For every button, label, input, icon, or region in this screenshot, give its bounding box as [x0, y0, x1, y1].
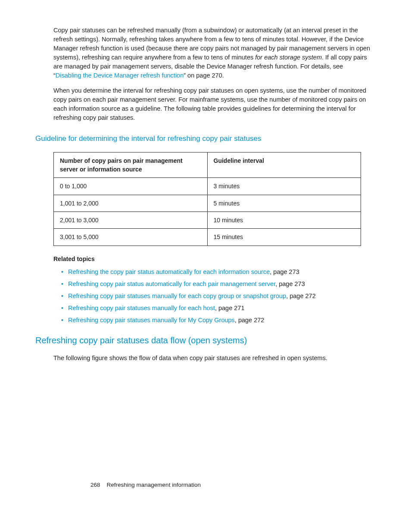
table-row: 0 to 1,0003 minutes: [54, 178, 361, 195]
footer-title: Refreshing management information: [107, 482, 201, 488]
page-footer: 268 Refreshing management information: [90, 481, 201, 489]
table-cell: 15 minutes: [207, 229, 361, 246]
text: , page 271: [215, 305, 245, 311]
intro-paragraph-1: Copy pair statuses can be refreshed manu…: [53, 26, 372, 80]
heading-guideline: Guideline for determining the interval f…: [35, 134, 376, 144]
text: , page 273: [270, 268, 299, 275]
table-header: Number of copy pairs on pair management …: [54, 152, 208, 178]
text-italic: for each storage system: [255, 54, 322, 61]
related-link[interactable]: Refreshing the copy pair status automati…: [68, 268, 270, 275]
list-item: Refreshing copy pair statuses manually f…: [61, 304, 376, 313]
link-disabling-refresh[interactable]: Disabling the Device Manager refresh fun…: [56, 72, 184, 79]
related-topics-heading: Related topics: [53, 255, 376, 263]
table-cell: 2,001 to 3,000: [54, 212, 208, 228]
list-item: Refreshing the copy pair status automati…: [61, 268, 376, 277]
text: , page 272: [235, 317, 265, 324]
guideline-table: Number of copy pairs on pair management …: [53, 152, 361, 246]
table-cell: 3 minutes: [207, 178, 361, 195]
table-row: 2,001 to 3,00010 minutes: [54, 212, 361, 228]
table-cell: 10 minutes: [207, 212, 361, 228]
text: , page 272: [286, 292, 316, 299]
list-item: Refreshing copy pair statuses manually f…: [61, 292, 376, 301]
list-item: Refreshing copy pair statuses manually f…: [61, 316, 376, 325]
text: ” on page 270.: [184, 72, 224, 79]
table-row: 1,001 to 2,0005 minutes: [54, 195, 361, 212]
table-header: Guideline interval: [207, 152, 361, 178]
intro-paragraph-2: When you determine the interval for refr…: [53, 86, 372, 122]
table-cell: 1,001 to 2,000: [54, 195, 208, 212]
flow-paragraph: The following figure shows the flow of d…: [53, 354, 372, 363]
related-link[interactable]: Refreshing copy pair statuses manually f…: [68, 317, 235, 324]
related-topics-list: Refreshing the copy pair status automati…: [61, 268, 376, 325]
text: , page 273: [275, 280, 305, 287]
related-link[interactable]: Refreshing copy pair statuses manually f…: [68, 305, 215, 311]
table-row: 3,001 to 5,00015 minutes: [54, 229, 361, 246]
table-cell: 5 minutes: [207, 195, 361, 212]
page-number: 268: [90, 482, 100, 488]
related-link[interactable]: Refreshing copy pair status automaticall…: [68, 280, 275, 287]
table-cell: 3,001 to 5,000: [54, 229, 208, 246]
list-item: Refreshing copy pair status automaticall…: [61, 280, 376, 289]
related-link[interactable]: Refreshing copy pair statuses manually f…: [68, 292, 286, 299]
heading-data-flow: Refreshing copy pair statuses data flow …: [35, 334, 376, 347]
table-cell: 0 to 1,000: [54, 178, 208, 195]
